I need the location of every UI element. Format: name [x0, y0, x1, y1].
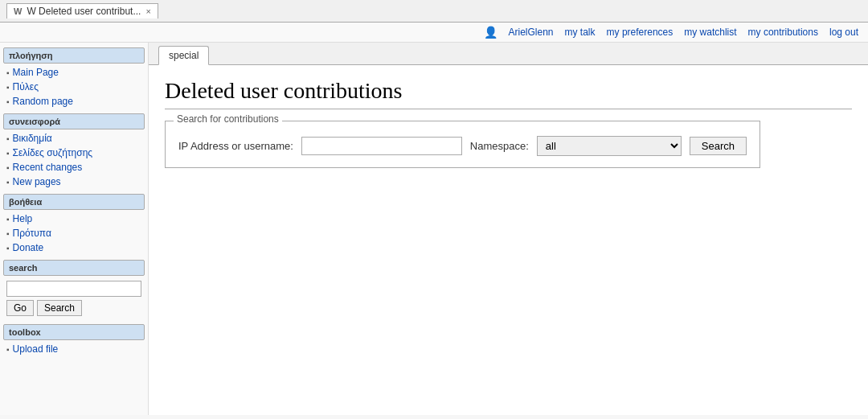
contribution-section: συνεισφορά Βικιδημία Σελίδες συζήτησης R…	[0, 113, 148, 189]
toolbox-section-header: toolbox	[3, 324, 145, 340]
tab-close-button[interactable]: ×	[145, 6, 150, 16]
sidebar-search-container: Go Search	[0, 277, 148, 319]
help-item-donate[interactable]: Donate	[6, 240, 148, 255]
page-title: Deleted user contributions	[165, 78, 852, 109]
ip-label: IP Address or username:	[178, 140, 293, 152]
ip-username-input[interactable]	[301, 137, 462, 155]
my-watchlist-link[interactable]: my watchlist	[684, 27, 736, 38]
user-icon: 👤	[484, 26, 497, 39]
search-section: search Go Search	[0, 260, 148, 319]
content-area: special Deleted user contributions Searc…	[149, 43, 868, 415]
search-section-header: search	[3, 260, 145, 276]
contrib-item-recent[interactable]: Recent changes	[6, 160, 148, 175]
nav-item-gates[interactable]: Πύλες	[6, 80, 148, 94]
sidebar: πλοήγηση Main Page Πύλες Random page συν…	[0, 43, 149, 415]
browser-tab-bar: W W Deleted user contribut... ×	[0, 0, 868, 23]
namespace-select[interactable]: all (Main) Talk User Wikipedia	[537, 136, 682, 156]
sidebar-search-input[interactable]	[6, 281, 141, 297]
tab-title-text: W Deleted user contribut...	[27, 6, 141, 17]
toolbox-section: toolbox Upload file	[0, 324, 148, 356]
sidebar-search-buttons: Go Search	[6, 300, 141, 316]
help-section: βοήθεια Help Πρότυπα Donate	[0, 194, 148, 255]
page-tabs: special	[149, 43, 868, 65]
my-talk-link[interactable]: my talk	[565, 27, 596, 38]
active-tab[interactable]: W W Deleted user contribut... ×	[6, 3, 158, 18]
username-link[interactable]: ArielGlenn	[509, 27, 554, 38]
help-section-header: βοήθεια	[3, 194, 145, 210]
user-nav-bar: 👤 ArielGlenn my talk my preferences my w…	[0, 23, 868, 43]
log-out-link[interactable]: log out	[829, 27, 858, 38]
nav-item-main-page[interactable]: Main Page	[6, 65, 148, 80]
tab-special[interactable]: special	[158, 46, 209, 65]
main-layout: πλοήγηση Main Page Πύλες Random page συν…	[0, 43, 868, 415]
nav-section: πλοήγηση Main Page Πύλες Random page	[0, 47, 148, 109]
search-go-button[interactable]: Search	[37, 300, 82, 316]
nav-section-header: πλοήγηση	[3, 47, 145, 64]
contributions-form-box: Search for contributions IP Address or u…	[165, 121, 760, 168]
page-content: Deleted user contributions Search for co…	[149, 65, 868, 181]
form-legend: Search for contributions	[174, 113, 282, 125]
help-item-templates[interactable]: Πρότυπα	[6, 226, 148, 240]
my-contributions-link[interactable]: my contributions	[748, 27, 818, 38]
wiki-icon: W	[14, 6, 22, 16]
my-preferences-link[interactable]: my preferences	[607, 27, 674, 38]
contrib-item-wikidemia[interactable]: Βικιδημία	[6, 131, 148, 146]
go-button[interactable]: Go	[6, 300, 34, 316]
namespace-label: Namespace:	[470, 140, 529, 152]
contrib-item-discussion[interactable]: Σελίδες συζήτησης	[6, 146, 148, 160]
contribution-section-header: συνεισφορά	[3, 113, 145, 129]
help-item-help[interactable]: Help	[6, 212, 148, 226]
form-row: IP Address or username: Namespace: all (…	[178, 136, 747, 156]
toolbox-item-upload[interactable]: Upload file	[6, 342, 148, 356]
nav-item-random[interactable]: Random page	[6, 94, 148, 109]
contrib-item-new-pages[interactable]: New pages	[6, 175, 148, 189]
search-contributions-button[interactable]: Search	[690, 137, 747, 155]
